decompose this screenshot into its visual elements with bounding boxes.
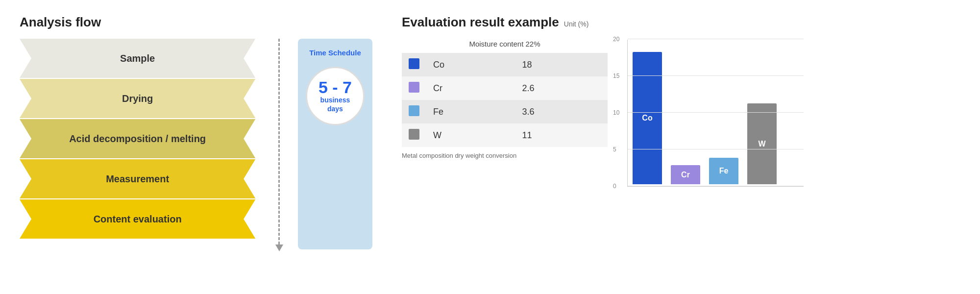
y-axis-label: 0 bbox=[613, 183, 616, 190]
step-content-eval: Content evaluation bbox=[20, 199, 255, 239]
days-text: business days bbox=[320, 96, 350, 113]
analysis-flow-title: Analysis flow bbox=[20, 15, 372, 30]
unit-label: Unit (%) bbox=[564, 20, 589, 28]
element-name: Cr bbox=[426, 76, 515, 100]
bar-co: Co bbox=[633, 52, 662, 184]
bar-group: Fe bbox=[709, 158, 738, 186]
time-schedule-label: Time Schedule bbox=[309, 49, 361, 57]
gridline bbox=[628, 75, 804, 76]
element-value: 2.6 bbox=[515, 76, 608, 100]
element-value: 18 bbox=[515, 53, 608, 76]
footnote: Metal composition dry weight conversion bbox=[402, 152, 608, 159]
eval-content: Moisture content 22% Co 18 Cr 2.6 Fe 3.6… bbox=[402, 40, 960, 216]
bar-group: W bbox=[747, 103, 777, 186]
eval-table-wrapper: Moisture content 22% Co 18 Cr 2.6 Fe 3.6… bbox=[402, 40, 608, 159]
time-schedule-box: Time Schedule 5 - 7 business days bbox=[298, 39, 372, 249]
color-swatch bbox=[409, 82, 419, 93]
step-measurement: Measurement bbox=[20, 159, 255, 198]
y-axis-label: 5 bbox=[613, 146, 616, 153]
gridline bbox=[628, 39, 804, 39]
gridline bbox=[628, 112, 804, 113]
eval-table: Co 18 Cr 2.6 Fe 3.6 W 11 bbox=[402, 53, 608, 147]
y-axis-label: 15 bbox=[613, 73, 619, 79]
y-axis-label: 10 bbox=[613, 109, 619, 116]
color-swatch bbox=[409, 105, 419, 116]
days-number: 5 - 7 bbox=[318, 79, 352, 96]
element-name: Co bbox=[426, 53, 515, 76]
element-name: W bbox=[426, 123, 515, 147]
element-name: Fe bbox=[426, 100, 515, 123]
step-drying: Drying bbox=[20, 79, 255, 118]
bar-group: Cr bbox=[671, 165, 700, 186]
table-row: W 11 bbox=[402, 123, 608, 147]
bar-fe: Fe bbox=[709, 158, 738, 184]
bar-chart-wrapper: 05101520CoCrFeW bbox=[627, 40, 804, 216]
gridline bbox=[628, 149, 804, 149]
step-sample: Sample bbox=[20, 39, 255, 78]
bar-group: Co bbox=[633, 52, 662, 186]
arrow-down-icon bbox=[275, 245, 283, 251]
analysis-flow-section: Analysis flow Sample Drying Acid decompo… bbox=[20, 15, 372, 251]
days-circle: 5 - 7 business days bbox=[306, 67, 365, 125]
color-swatch bbox=[409, 129, 419, 140]
element-value: 3.6 bbox=[515, 100, 608, 123]
bar-cr: Cr bbox=[671, 165, 700, 184]
y-axis-label: 20 bbox=[613, 36, 619, 43]
table-row: Fe 3.6 bbox=[402, 100, 608, 123]
element-value: 11 bbox=[515, 123, 608, 147]
eval-title: Evaluation result example Unit (%) bbox=[402, 15, 960, 30]
bar-w: W bbox=[747, 103, 777, 184]
moisture-label: Moisture content 22% bbox=[402, 40, 608, 48]
color-swatch bbox=[409, 58, 419, 69]
step-acid: Acid decomposition / melting bbox=[20, 119, 255, 158]
dashed-line bbox=[278, 39, 280, 245]
gridline bbox=[628, 186, 804, 186]
table-row: Cr 2.6 bbox=[402, 76, 608, 100]
flow-container: Sample Drying Acid decomposition / melti… bbox=[20, 39, 372, 251]
evaluation-result-section: Evaluation result example Unit (%) Moist… bbox=[372, 15, 960, 216]
table-row: Co 18 bbox=[402, 53, 608, 76]
funnel-wrapper: Sample Drying Acid decomposition / melti… bbox=[20, 39, 255, 240]
dashed-line-wrapper bbox=[265, 39, 293, 251]
bar-chart-area: 05101520CoCrFeW bbox=[627, 40, 804, 187]
